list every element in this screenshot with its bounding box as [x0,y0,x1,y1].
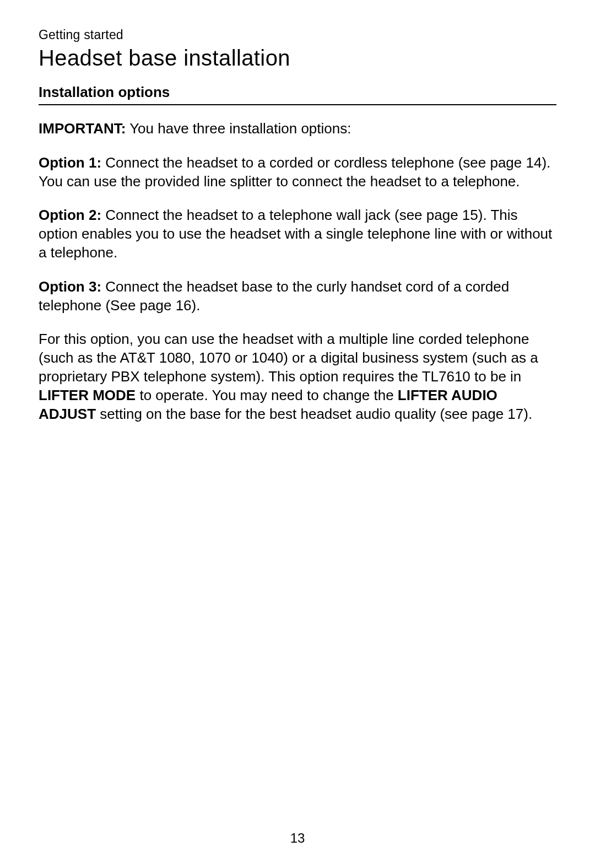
footnote-pre: For this option, you can use the headset… [39,331,538,385]
option-2-text: Connect the headset to a telephone wall … [39,207,552,261]
option-1-paragraph: Option 1: Connect the headset to a corde… [39,154,556,191]
important-text: You have three installation options: [126,120,351,137]
footnote-mid: to operate. You may need to change the [136,387,398,403]
option-3-paragraph: Option 3: Connect the headset base to th… [39,278,556,315]
option-3-label: Option 3: [39,278,101,295]
footnote-post: setting on the base for the best headset… [96,406,532,422]
important-label: IMPORTANT: [39,120,126,137]
page-number: 13 [0,831,595,846]
option-1-label: Option 1: [39,154,101,171]
footnote-paragraph: For this option, you can use the headset… [39,330,556,423]
option-3-text: Connect the headset base to the curly ha… [39,278,509,314]
footnote-bold-1: LIFTER MODE [39,387,136,403]
page-title: Headset base installation [39,46,556,71]
important-paragraph: IMPORTANT: You have three installation o… [39,120,556,138]
document-page: Getting started Headset base installatio… [0,0,595,868]
option-2-label: Option 2: [39,207,101,223]
option-2-paragraph: Option 2: Connect the headset to a telep… [39,206,556,262]
option-1-text: Connect the headset to a corded or cordl… [39,154,550,190]
subsection-heading: Installation options [39,84,556,105]
section-label: Getting started [39,28,556,42]
